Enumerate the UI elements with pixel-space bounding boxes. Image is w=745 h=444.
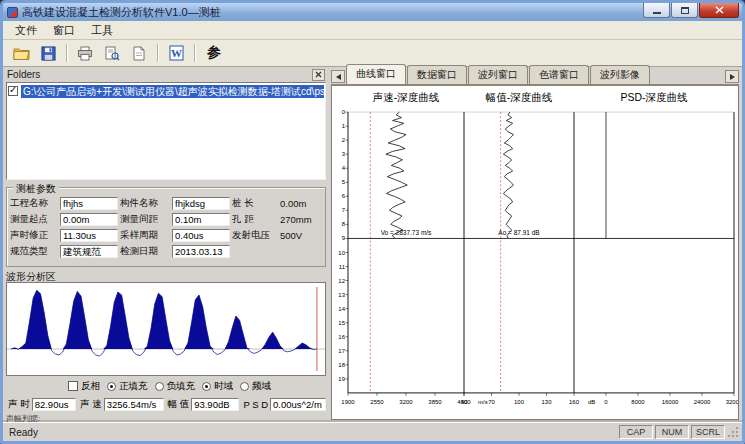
- curve-charts-panel: 012345678910111213141516171819声速-深度曲线190…: [331, 85, 739, 420]
- close-icon: [715, 6, 724, 14]
- svg-text:Vo = 2837.73 m/s: Vo = 2837.73 m/s: [381, 229, 432, 236]
- folders-title: Folders: [7, 69, 40, 80]
- svg-text:3850: 3850: [428, 399, 442, 405]
- svg-text:24000: 24000: [694, 399, 711, 405]
- freq-domain-radio[interactable]: 频域: [240, 380, 271, 393]
- grip-icon: [727, 425, 740, 439]
- svg-text:8000: 8000: [631, 399, 645, 405]
- svg-text:声速-深度曲线: 声速-深度曲线: [373, 91, 440, 103]
- test-date-field[interactable]: 2013.03.13: [172, 245, 230, 258]
- radio-icon: [107, 382, 116, 391]
- checkbox-icon: [68, 381, 78, 391]
- maximize-icon: [681, 7, 689, 14]
- print-icon: [77, 46, 93, 61]
- svg-text:0: 0: [604, 399, 608, 405]
- word-icon: W: [169, 45, 184, 61]
- amplitude-field[interactable]: 93.90dB: [191, 398, 239, 411]
- radio-icon: [155, 382, 164, 391]
- sound-time-field[interactable]: 82.90us: [32, 398, 76, 411]
- tab-scroll-left-button[interactable]: [331, 70, 345, 83]
- tab-wavetrain-window[interactable]: 波列窗口: [468, 65, 528, 84]
- pile-params-legend: 测桩参数: [13, 182, 59, 196]
- tab-curve-window[interactable]: 曲线窗口: [346, 64, 406, 84]
- save-icon: [41, 46, 56, 61]
- window-title: 高铁建设混凝土检测分析软件V1.0—测桩: [22, 5, 221, 20]
- scroll-lock-indicator: SCRL: [691, 425, 725, 439]
- svg-text:4: 4: [342, 165, 346, 171]
- print-preview-button[interactable]: [100, 42, 124, 64]
- tab-wavetrain-image[interactable]: 波列影像: [590, 65, 650, 84]
- field-label: 构件名称: [120, 197, 170, 210]
- sound-speed-field[interactable]: 3256.54m/s: [104, 398, 164, 411]
- minimize-button[interactable]: [643, 3, 670, 18]
- folders-tree: G:\公司产品启动+开发\测试用仪器\超声波实拟检测数据-塔测试cd\ps03\…: [6, 82, 326, 180]
- svg-text:Ao = 87.91 dB: Ao = 87.91 dB: [498, 229, 539, 236]
- toolbar-separator: [194, 44, 195, 62]
- time-correction-field[interactable]: 11.30us: [60, 229, 118, 242]
- invert-checkbox[interactable]: 反相: [68, 380, 100, 393]
- criteria-footnote: 声幅判据:: [6, 413, 326, 422]
- svg-text:2: 2: [342, 137, 346, 143]
- component-name-field[interactable]: fhjkdsg: [172, 197, 230, 210]
- psd-field[interactable]: 0.00us^2/m: [270, 398, 326, 411]
- svg-text:8: 8: [342, 221, 346, 227]
- word-export-button[interactable]: W: [164, 42, 188, 64]
- svg-text:0: 0: [342, 109, 346, 115]
- svg-text:40: 40: [461, 399, 468, 405]
- close-icon: [315, 71, 322, 78]
- save-button[interactable]: [36, 42, 60, 64]
- toolbar-separator: [66, 44, 67, 62]
- svg-text:18: 18: [338, 362, 345, 368]
- standard-type-field[interactable]: 建筑规范: [60, 245, 118, 258]
- radio-icon: [202, 382, 211, 391]
- waveform-chart: [7, 283, 325, 375]
- num-lock-indicator: NUM: [655, 425, 689, 439]
- depth-curves-chart: 012345678910111213141516171819声速-深度曲线190…: [332, 86, 738, 419]
- svg-text:3: 3: [342, 151, 346, 157]
- svg-text:70: 70: [488, 399, 495, 405]
- measure-start-field[interactable]: 0.00m: [60, 213, 118, 226]
- tab-scroll-right-button[interactable]: [725, 70, 739, 83]
- pile-length-value: 0.00m: [280, 198, 322, 209]
- tree-item-checkbox[interactable]: [8, 86, 18, 96]
- sound-time-label: 声 时: [8, 398, 30, 411]
- negative-fill-radio[interactable]: 负填充: [155, 380, 196, 393]
- measure-interval-field[interactable]: 0.10m: [172, 213, 230, 226]
- time-domain-radio[interactable]: 时域: [202, 380, 233, 393]
- tree-item[interactable]: G:\公司产品启动+开发\测试用仪器\超声波实拟检测数据-塔测试cd\ps03\…: [8, 84, 324, 98]
- print-button[interactable]: [73, 42, 97, 64]
- menu-window[interactable]: 窗口: [45, 22, 83, 39]
- positive-fill-radio[interactable]: 正填充: [107, 380, 148, 393]
- project-name-field[interactable]: fhjhs: [60, 197, 118, 210]
- menu-tools[interactable]: 工具: [83, 22, 121, 39]
- invert-label: 反相: [81, 380, 100, 393]
- svg-text:7: 7: [342, 207, 346, 213]
- folders-close-button[interactable]: [312, 69, 325, 81]
- menubar: 文件 窗口 工具: [3, 21, 742, 40]
- left-panel: Folders G:\公司产品启动+开发\测试用仪器\超声波实拟检测数据-塔测试…: [3, 67, 329, 422]
- svg-text:13: 13: [338, 292, 345, 298]
- caps-lock-indicator: CAP: [619, 425, 653, 439]
- open-button[interactable]: [9, 42, 33, 64]
- menu-file[interactable]: 文件: [7, 22, 45, 39]
- arrow-left-icon: [336, 74, 341, 80]
- maximize-button[interactable]: [671, 3, 698, 18]
- field-label: 测量起点: [10, 213, 58, 226]
- resize-grip[interactable]: [727, 425, 740, 439]
- main-area: Folders G:\公司产品启动+开发\测试用仪器\超声波实拟检测数据-塔测试…: [3, 67, 742, 422]
- tab-data-window[interactable]: 数据窗口: [407, 65, 467, 84]
- sample-period-field[interactable]: 0.40us: [172, 229, 230, 242]
- app-window: 高铁建设混凝土检测分析软件V1.0—测桩 文件 窗口 工具: [0, 0, 745, 444]
- svg-text:130: 130: [541, 399, 552, 405]
- page-preview-button[interactable]: [127, 42, 151, 64]
- radio-icon: [240, 382, 249, 391]
- svg-text:1: 1: [342, 123, 346, 129]
- print-preview-icon: [104, 46, 120, 61]
- close-button[interactable]: [699, 3, 739, 18]
- param-toolbar-button[interactable]: 参: [201, 42, 227, 64]
- tab-spectrum-window[interactable]: 色谱窗口: [529, 65, 589, 84]
- arrow-right-icon: [730, 74, 735, 80]
- svg-text:3200: 3200: [399, 399, 413, 405]
- titlebar[interactable]: 高铁建设混凝土检测分析软件V1.0—测桩: [3, 3, 742, 21]
- svg-text:W: W: [171, 47, 182, 59]
